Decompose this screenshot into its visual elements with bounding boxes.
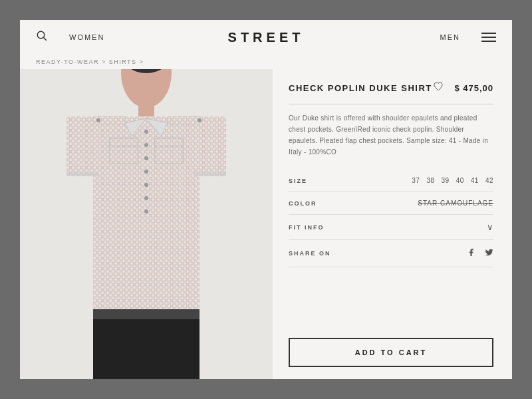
size-41[interactable]: 41 xyxy=(471,177,479,184)
fit-row[interactable]: FIT INFO ∨ xyxy=(289,215,493,240)
svg-point-0 xyxy=(37,31,45,39)
breadcrumb: READY-TO-WEAR > SHIRTS > xyxy=(20,55,512,69)
product-header: CHECK POPLIN DUKE SHIRT $ 475,00 xyxy=(289,81,493,94)
color-value: STAR CAMOUFLAGE xyxy=(418,200,493,207)
color-label: COLOR xyxy=(289,200,317,207)
header-right: MEN xyxy=(342,33,496,42)
facebook-icon[interactable] xyxy=(467,247,475,259)
product-image xyxy=(20,69,273,379)
product-price: $ 475,00 xyxy=(454,83,493,93)
svg-rect-19 xyxy=(194,116,226,176)
svg-point-34 xyxy=(96,118,100,122)
share-row: SHARE ON xyxy=(289,240,493,267)
svg-point-30 xyxy=(144,196,148,200)
svg-rect-20 xyxy=(194,172,226,176)
product-details: CHECK POPLIN DUKE SHIRT $ 475,00 Our Duk… xyxy=(273,69,512,379)
menu-icon[interactable] xyxy=(481,33,496,42)
twitter-icon[interactable] xyxy=(485,247,493,259)
svg-point-26 xyxy=(144,143,148,147)
header: WOMEN STREET MEN xyxy=(20,20,512,55)
divider-top xyxy=(289,104,493,104)
svg-point-28 xyxy=(144,170,148,174)
svg-point-35 xyxy=(198,118,201,122)
size-options: 37 38 39 40 41 42 xyxy=(412,177,493,184)
chevron-down-icon: ∨ xyxy=(487,222,493,232)
svg-point-31 xyxy=(144,209,148,213)
svg-rect-17 xyxy=(66,116,98,176)
svg-point-29 xyxy=(144,183,148,187)
product-header-right: $ 475,00 xyxy=(433,81,493,94)
share-label: SHARE ON xyxy=(289,250,331,257)
header-center: STREET xyxy=(190,30,343,45)
size-row: SIZE 37 38 39 40 41 42 xyxy=(289,170,493,192)
svg-rect-33 xyxy=(168,116,200,124)
add-to-cart-section: ADD TO CART xyxy=(289,326,493,367)
search-icon[interactable] xyxy=(36,30,48,45)
fit-label: FIT INFO xyxy=(289,224,325,231)
svg-rect-24 xyxy=(155,138,183,146)
brand-title: STREET xyxy=(228,30,305,45)
product-page: WOMEN STREET MEN READY-TO-WEAR > SHIRTS … xyxy=(20,20,512,379)
product-image-area xyxy=(20,69,273,379)
header-left: WOMEN xyxy=(36,30,190,45)
svg-point-25 xyxy=(144,130,148,134)
product-title: CHECK POPLIN DUKE SHIRT xyxy=(289,83,432,93)
svg-rect-18 xyxy=(66,172,98,176)
size-38[interactable]: 38 xyxy=(426,177,434,184)
size-label: SIZE xyxy=(289,178,307,184)
size-37[interactable]: 37 xyxy=(412,177,420,184)
svg-point-27 xyxy=(144,156,148,160)
svg-rect-22 xyxy=(110,138,138,146)
size-40[interactable]: 40 xyxy=(456,177,464,184)
size-42[interactable]: 42 xyxy=(485,177,493,184)
share-icons xyxy=(467,247,493,259)
main-content: CHECK POPLIN DUKE SHIRT $ 475,00 Our Duk… xyxy=(20,69,512,379)
svg-rect-36 xyxy=(93,309,200,379)
size-39[interactable]: 39 xyxy=(442,177,450,184)
color-row: COLOR STAR CAMOUFLAGE xyxy=(289,192,493,215)
product-description: Our Duke shirt is offered with shoulder … xyxy=(289,112,493,158)
nav-men[interactable]: MEN xyxy=(440,33,460,41)
svg-line-1 xyxy=(44,38,47,41)
add-to-cart-button[interactable]: ADD TO CART xyxy=(289,338,493,367)
nav-women[interactable]: WOMEN xyxy=(69,33,104,41)
svg-rect-37 xyxy=(93,309,200,319)
wishlist-icon[interactable] xyxy=(433,81,444,94)
